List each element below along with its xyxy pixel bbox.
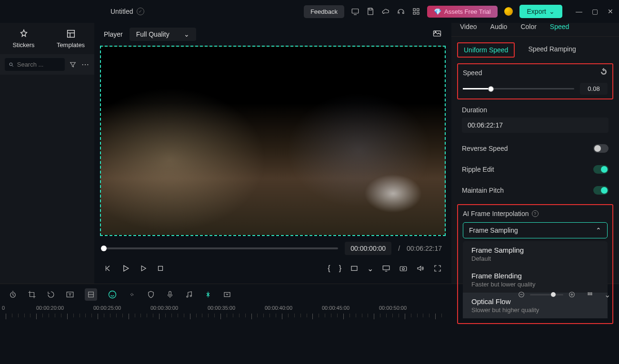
sidebar-tab-stickers[interactable]: Stickers [0, 23, 47, 54]
speed-value[interactable]: 0.08 [580, 83, 608, 95]
svg-point-18 [109, 291, 116, 298]
svg-rect-11 [351, 266, 357, 271]
tab-audio[interactable]: Audio [490, 23, 508, 36]
svg-point-14 [402, 268, 405, 270]
prev-frame-button[interactable] [104, 264, 112, 273]
project-title: Untitled [110, 8, 133, 15]
stop-button[interactable] [156, 264, 165, 273]
device-icon[interactable] [351, 7, 359, 16]
save-icon[interactable] [366, 7, 375, 16]
maintain-pitch-toggle[interactable] [593, 186, 609, 195]
svg-rect-12 [383, 266, 389, 270]
ai-frame-select[interactable]: Frame Sampling ⌃ [463, 222, 608, 238]
export-label: Export [527, 8, 546, 15]
dd-option-frame-blending[interactable]: Frame Blending Faster but lower quality [463, 267, 608, 293]
smile-icon[interactable] [108, 290, 117, 299]
svg-rect-5 [417, 12, 419, 15]
sidebar-tab-templates[interactable]: Templates [47, 23, 94, 54]
ripple-edit-toggle[interactable] [593, 165, 609, 174]
preview-area[interactable] [100, 46, 446, 236]
sparkle-icon[interactable] [128, 290, 136, 299]
ruler-mark: 00:00:50:00 [379, 305, 407, 311]
scrub-bar[interactable] [104, 247, 338, 249]
next-button[interactable] [139, 264, 148, 273]
grid-view-icon[interactable] [586, 291, 594, 298]
snapshot-icon[interactable] [432, 29, 442, 40]
more-icon[interactable]: ⋯ [81, 60, 90, 69]
grid-icon[interactable] [412, 7, 420, 16]
text-icon[interactable] [66, 290, 74, 299]
tab-color[interactable]: Color [520, 23, 536, 36]
assets-trial-button[interactable]: 💎 Assets Free Trial [427, 6, 498, 18]
svg-rect-3 [417, 9, 419, 11]
svg-rect-0 [352, 9, 359, 13]
zoom-out-button[interactable] [518, 291, 525, 298]
filter-icon[interactable] [69, 60, 77, 69]
bracket-right-icon[interactable]: } [339, 264, 341, 273]
quality-value: Full Quality [136, 30, 170, 38]
subtab-uniform-speed[interactable]: Uniform Speed [457, 42, 515, 58]
saved-check-icon: ✓ [137, 8, 144, 15]
music-icon[interactable] [185, 290, 193, 299]
rotate-icon[interactable] [47, 290, 55, 299]
export-button[interactable]: Export ⌄ [519, 5, 562, 18]
dd-title: Optical Flow [471, 297, 599, 305]
close-button[interactable]: ✕ [608, 8, 613, 15]
speed-label: Speed [463, 69, 482, 77]
help-icon[interactable]: ? [532, 210, 539, 217]
fullscreen-icon[interactable] [433, 264, 442, 273]
feedback-button[interactable]: Feedback [304, 5, 344, 18]
display-icon[interactable] [382, 264, 390, 273]
reset-icon[interactable] [600, 68, 608, 77]
crop-icon[interactable] [28, 290, 36, 299]
chevron-down-icon[interactable]: ⌄ [604, 290, 610, 299]
diamond-icon: 💎 [434, 8, 441, 15]
svg-point-21 [187, 296, 188, 297]
quality-select[interactable]: Full Quality ⌄ [130, 28, 196, 41]
ai-frame-selected: Frame Sampling [469, 226, 518, 234]
zoom-handle[interactable] [551, 292, 556, 297]
cloud-icon[interactable] [381, 7, 390, 16]
headphones-icon[interactable] [397, 7, 405, 16]
dd-option-frame-sampling[interactable]: Frame Sampling Default [463, 241, 608, 267]
play-button[interactable] [121, 264, 130, 273]
camera-icon[interactable] [399, 264, 408, 273]
zoom-in-button[interactable] [568, 291, 576, 298]
minimize-button[interactable]: — [576, 8, 582, 15]
ruler-mark: 00:00:35:00 [208, 305, 235, 311]
tab-speed[interactable]: Speed [550, 23, 569, 36]
duration-label: Duration [462, 106, 609, 114]
speed-slider-handle[interactable] [488, 86, 494, 92]
chevron-down-icon[interactable]: ⌄ [367, 264, 373, 273]
globe-icon[interactable] [504, 7, 513, 16]
bracket-left-icon[interactable]: { [328, 264, 330, 273]
subtab-speed-ramping[interactable]: Speed Ramping [522, 42, 581, 58]
reverse-speed-toggle[interactable] [593, 144, 609, 153]
maximize-button[interactable]: ▢ [592, 8, 598, 15]
frame-icon[interactable] [223, 290, 231, 299]
tab-video[interactable]: Video [460, 23, 477, 36]
chevron-down-icon: ⌄ [184, 30, 190, 38]
scrub-handle[interactable] [101, 246, 107, 251]
ruler-mark: 00:00:25:00 [93, 305, 121, 311]
search-icon [9, 61, 14, 68]
search-input-wrap[interactable] [5, 58, 65, 71]
maintain-pitch-label: Maintain Pitch [462, 187, 504, 194]
speed-slider[interactable] [463, 88, 574, 89]
cut-icon[interactable] [204, 290, 212, 299]
search-input[interactable] [17, 61, 61, 68]
color-icon[interactable] [85, 288, 97, 301]
zoom-slider[interactable] [530, 294, 563, 295]
svg-rect-6 [67, 30, 74, 38]
ruler-mark: 00:00:40:00 [265, 305, 292, 311]
duration-value[interactable]: 00:06:22:17 [462, 118, 609, 133]
mic-icon[interactable] [166, 290, 174, 299]
speed-section: Speed 0.08 [457, 63, 613, 99]
aspect-button[interactable] [350, 264, 359, 273]
timer-icon[interactable] [9, 290, 17, 299]
timeline-ruler[interactable]: 0 00:00:20:00 00:00:25:00 00:00:30:00 00… [0, 305, 619, 321]
shield-icon[interactable] [147, 290, 155, 299]
time-current[interactable]: 00:00:00:00 [345, 242, 391, 255]
volume-icon[interactable] [416, 264, 425, 273]
svg-point-28 [591, 293, 592, 294]
